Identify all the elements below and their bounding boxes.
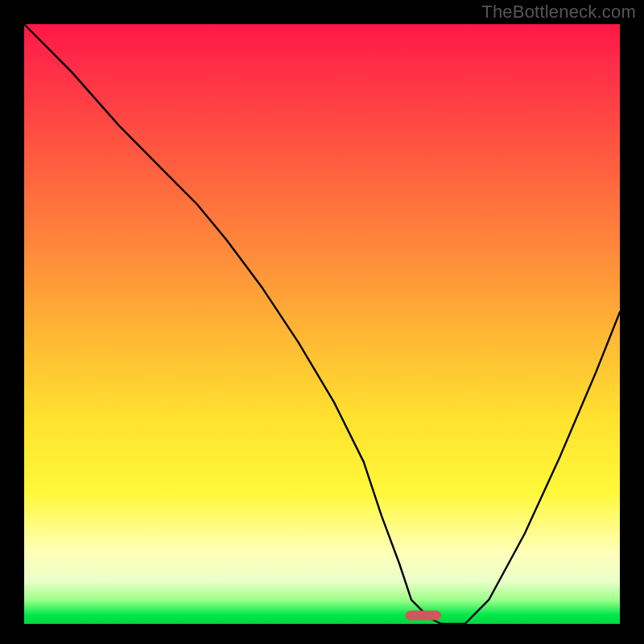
plot-area <box>24 24 620 624</box>
optimum-marker <box>406 611 441 621</box>
bottleneck-curve <box>24 24 620 624</box>
curve-layer <box>24 24 620 624</box>
watermark-text: TheBottleneck.com <box>481 2 636 23</box>
chart-frame: TheBottleneck.com <box>0 0 644 644</box>
